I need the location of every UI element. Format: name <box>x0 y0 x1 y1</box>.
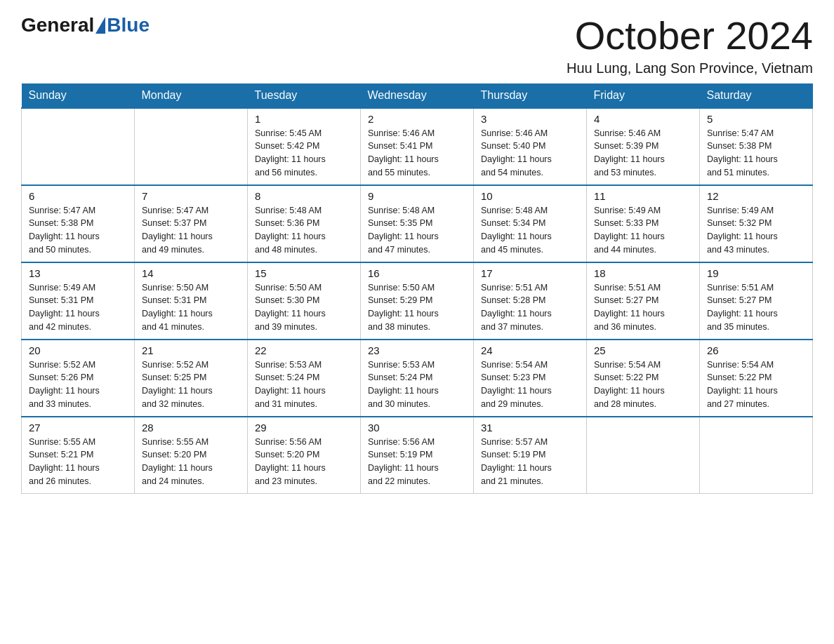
day-number: 22 <box>255 344 353 356</box>
calendar-header-sunday: Sunday <box>22 83 135 108</box>
calendar-cell: 27Sunrise: 5:55 AMSunset: 5:21 PMDayligh… <box>22 417 135 494</box>
day-number: 29 <box>255 422 353 434</box>
day-number: 17 <box>481 267 579 279</box>
day-info: Sunrise: 5:51 AMSunset: 5:27 PMDaylight:… <box>594 281 692 334</box>
day-number: 10 <box>481 190 579 202</box>
day-info: Sunrise: 5:52 AMSunset: 5:26 PMDaylight:… <box>29 358 127 411</box>
day-number: 20 <box>29 344 127 356</box>
calendar-table: SundayMondayTuesdayWednesdayThursdayFrid… <box>21 83 813 495</box>
location-title: Huu Lung, Lang Son Province, Vietnam <box>567 60 813 76</box>
calendar-cell <box>700 417 813 494</box>
day-info: Sunrise: 5:50 AMSunset: 5:29 PMDaylight:… <box>368 281 466 334</box>
calendar-header-tuesday: Tuesday <box>248 83 361 108</box>
day-number: 26 <box>707 344 805 356</box>
calendar-cell: 10Sunrise: 5:48 AMSunset: 5:34 PMDayligh… <box>474 185 587 262</box>
day-info: Sunrise: 5:54 AMSunset: 5:23 PMDaylight:… <box>481 358 579 411</box>
calendar-cell: 18Sunrise: 5:51 AMSunset: 5:27 PMDayligh… <box>587 262 700 340</box>
day-number: 12 <box>707 190 805 202</box>
day-number: 30 <box>368 422 466 434</box>
calendar-cell: 6Sunrise: 5:47 AMSunset: 5:38 PMDaylight… <box>22 185 135 262</box>
logo-triangle-icon <box>95 17 105 34</box>
calendar-cell <box>587 417 700 494</box>
day-info: Sunrise: 5:50 AMSunset: 5:31 PMDaylight:… <box>142 281 240 334</box>
calendar-cell: 4Sunrise: 5:46 AMSunset: 5:39 PMDaylight… <box>587 108 700 185</box>
day-info: Sunrise: 5:49 AMSunset: 5:32 PMDaylight:… <box>707 204 805 257</box>
day-info: Sunrise: 5:52 AMSunset: 5:25 PMDaylight:… <box>142 358 240 411</box>
day-number: 14 <box>142 267 240 279</box>
calendar-header-thursday: Thursday <box>474 83 587 108</box>
calendar-cell: 7Sunrise: 5:47 AMSunset: 5:37 PMDaylight… <box>135 185 248 262</box>
day-info: Sunrise: 5:46 AMSunset: 5:41 PMDaylight:… <box>368 127 466 180</box>
calendar-cell <box>135 108 248 185</box>
day-number: 5 <box>707 113 805 125</box>
calendar-cell: 5Sunrise: 5:47 AMSunset: 5:38 PMDaylight… <box>700 108 813 185</box>
day-number: 15 <box>255 267 353 279</box>
day-info: Sunrise: 5:49 AMSunset: 5:31 PMDaylight:… <box>29 281 127 334</box>
calendar-header-saturday: Saturday <box>700 83 813 108</box>
day-number: 24 <box>481 344 579 356</box>
day-info: Sunrise: 5:51 AMSunset: 5:27 PMDaylight:… <box>707 281 805 334</box>
day-number: 16 <box>368 267 466 279</box>
calendar-cell: 13Sunrise: 5:49 AMSunset: 5:31 PMDayligh… <box>22 262 135 340</box>
day-info: Sunrise: 5:55 AMSunset: 5:21 PMDaylight:… <box>29 436 127 488</box>
calendar-cell: 25Sunrise: 5:54 AMSunset: 5:22 PMDayligh… <box>587 340 700 417</box>
calendar-cell: 24Sunrise: 5:54 AMSunset: 5:23 PMDayligh… <box>474 340 587 417</box>
day-number: 9 <box>368 190 466 202</box>
day-info: Sunrise: 5:53 AMSunset: 5:24 PMDaylight:… <box>368 358 466 411</box>
calendar-cell: 8Sunrise: 5:48 AMSunset: 5:36 PMDaylight… <box>248 185 361 262</box>
calendar-cell: 26Sunrise: 5:54 AMSunset: 5:22 PMDayligh… <box>700 340 813 417</box>
day-info: Sunrise: 5:47 AMSunset: 5:37 PMDaylight:… <box>142 204 240 257</box>
day-number: 6 <box>29 190 127 202</box>
calendar-week-row: 27Sunrise: 5:55 AMSunset: 5:21 PMDayligh… <box>22 417 813 494</box>
day-number: 8 <box>255 190 353 202</box>
day-number: 23 <box>368 344 466 356</box>
day-info: Sunrise: 5:49 AMSunset: 5:33 PMDaylight:… <box>594 204 692 257</box>
calendar-cell: 3Sunrise: 5:46 AMSunset: 5:40 PMDaylight… <box>474 108 587 185</box>
day-number: 19 <box>707 267 805 279</box>
day-number: 4 <box>594 113 692 125</box>
calendar-cell: 1Sunrise: 5:45 AMSunset: 5:42 PMDaylight… <box>248 108 361 185</box>
day-number: 21 <box>142 344 240 356</box>
day-info: Sunrise: 5:47 AMSunset: 5:38 PMDaylight:… <box>707 127 805 180</box>
calendar-cell: 16Sunrise: 5:50 AMSunset: 5:29 PMDayligh… <box>361 262 474 340</box>
day-info: Sunrise: 5:54 AMSunset: 5:22 PMDaylight:… <box>707 358 805 411</box>
calendar-header-monday: Monday <box>135 83 248 108</box>
day-info: Sunrise: 5:48 AMSunset: 5:34 PMDaylight:… <box>481 204 579 257</box>
calendar-cell <box>22 108 135 185</box>
calendar-cell: 31Sunrise: 5:57 AMSunset: 5:19 PMDayligh… <box>474 417 587 494</box>
calendar-cell: 19Sunrise: 5:51 AMSunset: 5:27 PMDayligh… <box>700 262 813 340</box>
calendar-cell: 9Sunrise: 5:48 AMSunset: 5:35 PMDaylight… <box>361 185 474 262</box>
day-info: Sunrise: 5:50 AMSunset: 5:30 PMDaylight:… <box>255 281 353 334</box>
day-info: Sunrise: 5:56 AMSunset: 5:20 PMDaylight:… <box>255 436 353 488</box>
calendar-cell: 30Sunrise: 5:56 AMSunset: 5:19 PMDayligh… <box>361 417 474 494</box>
calendar-header-friday: Friday <box>587 83 700 108</box>
day-info: Sunrise: 5:56 AMSunset: 5:19 PMDaylight:… <box>368 436 466 488</box>
day-info: Sunrise: 5:57 AMSunset: 5:19 PMDaylight:… <box>481 436 579 488</box>
calendar-header-wednesday: Wednesday <box>361 83 474 108</box>
day-number: 3 <box>481 113 579 125</box>
day-info: Sunrise: 5:48 AMSunset: 5:36 PMDaylight:… <box>255 204 353 257</box>
day-info: Sunrise: 5:48 AMSunset: 5:35 PMDaylight:… <box>368 204 466 257</box>
calendar-week-row: 1Sunrise: 5:45 AMSunset: 5:42 PMDaylight… <box>22 108 813 185</box>
calendar-header-row: SundayMondayTuesdayWednesdayThursdayFrid… <box>22 83 813 108</box>
calendar-cell: 14Sunrise: 5:50 AMSunset: 5:31 PMDayligh… <box>135 262 248 340</box>
calendar-cell: 21Sunrise: 5:52 AMSunset: 5:25 PMDayligh… <box>135 340 248 417</box>
logo-general-text: General <box>21 14 94 36</box>
day-number: 7 <box>142 190 240 202</box>
day-number: 27 <box>29 422 127 434</box>
day-number: 1 <box>255 113 353 125</box>
calendar-week-row: 20Sunrise: 5:52 AMSunset: 5:26 PMDayligh… <box>22 340 813 417</box>
calendar-cell: 20Sunrise: 5:52 AMSunset: 5:26 PMDayligh… <box>22 340 135 417</box>
calendar-cell: 17Sunrise: 5:51 AMSunset: 5:28 PMDayligh… <box>474 262 587 340</box>
day-info: Sunrise: 5:47 AMSunset: 5:38 PMDaylight:… <box>29 204 127 257</box>
calendar-cell: 15Sunrise: 5:50 AMSunset: 5:30 PMDayligh… <box>248 262 361 340</box>
day-info: Sunrise: 5:54 AMSunset: 5:22 PMDaylight:… <box>594 358 692 411</box>
calendar-cell: 11Sunrise: 5:49 AMSunset: 5:33 PMDayligh… <box>587 185 700 262</box>
calendar-week-row: 6Sunrise: 5:47 AMSunset: 5:38 PMDaylight… <box>22 185 813 262</box>
day-info: Sunrise: 5:51 AMSunset: 5:28 PMDaylight:… <box>481 281 579 334</box>
day-info: Sunrise: 5:46 AMSunset: 5:40 PMDaylight:… <box>481 127 579 180</box>
month-title: October 2024 <box>567 14 813 58</box>
day-number: 13 <box>29 267 127 279</box>
day-number: 11 <box>594 190 692 202</box>
logo: General Blue <box>21 14 150 36</box>
